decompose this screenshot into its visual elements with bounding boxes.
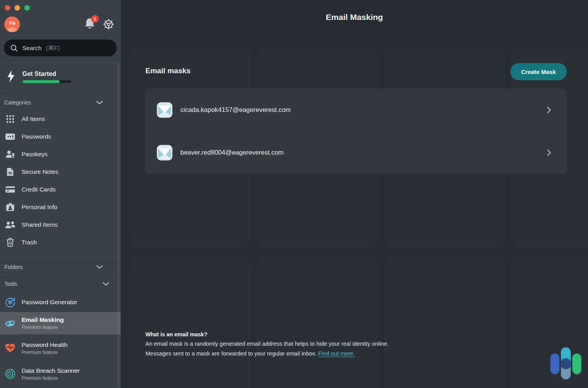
sidebar-item-label: All Items <box>22 115 45 123</box>
bolt-icon <box>6 70 16 83</box>
tool-sublabel: Premium feature <box>22 325 64 330</box>
people-icon <box>4 220 16 229</box>
folders-label: Folders <box>4 264 23 270</box>
email-masks-card: cicada.kapok4157@eagereverest.com beaver… <box>145 88 567 174</box>
sidebar-item-trash[interactable]: Trash <box>0 233 121 251</box>
trash-icon <box>4 238 16 247</box>
notifications-button[interactable]: 1 <box>84 17 97 31</box>
sidebar-item-label: Trash <box>22 239 37 246</box>
background-panel <box>129 254 251 388</box>
window-controls <box>0 0 121 11</box>
background-panel <box>384 254 506 388</box>
radar-icon <box>4 368 16 379</box>
info-line-2-text: Messages sent to a mask are forwarded to… <box>145 350 317 357</box>
grid-icon <box>4 114 16 124</box>
note-icon <box>4 167 16 177</box>
tool-sublabel: Premium feature <box>22 350 67 355</box>
sidebar-scrollbar[interactable] <box>117 63 120 388</box>
credit-card-icon <box>4 185 16 194</box>
chevron-right-icon <box>547 149 551 156</box>
search-placeholder: Search <box>22 45 42 52</box>
minimize-window-button[interactable] <box>15 5 20 11</box>
info-line-2: Messages sent to a mask are forwarded to… <box>145 350 389 357</box>
find-out-more-link[interactable]: Find out more. <box>318 350 355 357</box>
sidebar: Pa 1 <box>0 0 121 388</box>
info-line-1: An email mask is a randomly generated em… <box>145 341 389 347</box>
get-started-progress-fill <box>22 80 60 83</box>
sidebar-item-all-items[interactable]: All Items <box>0 110 121 128</box>
brand-logo-icon <box>550 341 582 380</box>
sidebar-item-label: Shared Items <box>22 221 58 228</box>
main-content: Email Masking Email masks Create Mask ci… <box>121 0 588 388</box>
email-mask-info: What is an email mask? An email mask is … <box>145 331 389 357</box>
tool-label: Password Health <box>22 341 67 348</box>
sidebar-item-label: Passwords <box>22 133 51 140</box>
avatar[interactable]: Pa <box>4 16 20 32</box>
tool-label: Password Generator <box>22 299 77 306</box>
background-panel <box>257 254 378 388</box>
sidebar-item-email-masking[interactable]: Email Masking Premium feature <box>0 312 121 334</box>
chevron-down-icon <box>96 265 103 269</box>
tool-label: Data Breach Scanner <box>22 367 80 374</box>
sidebar-item-passkeys[interactable]: Passkeys <box>0 145 121 163</box>
email-mask-row[interactable]: beaver.red8004@eagereverest.com <box>145 131 567 174</box>
tool-sublabel: Premium feature <box>22 375 80 381</box>
tools-header[interactable]: Tools <box>0 274 121 293</box>
sidebar-item-data-breach-scanner[interactable]: Data Breach Scanner Premium feature <box>0 362 121 386</box>
envelope-icon <box>157 102 172 118</box>
password-generator-icon <box>4 297 16 308</box>
create-mask-button[interactable]: Create Mask <box>510 63 567 80</box>
info-title: What is an email mask? <box>145 331 389 337</box>
id-card-icon <box>4 202 16 212</box>
sidebar-divider <box>0 257 121 257</box>
password-card-icon <box>4 132 16 141</box>
close-window-button[interactable] <box>5 5 10 11</box>
mask-email-address: beaver.red8004@eagereverest.com <box>180 149 284 156</box>
sidebar-item-secure-notes[interactable]: Secure Notes <box>0 163 121 180</box>
avatar-initials: Pa <box>4 20 20 26</box>
passkey-icon <box>4 150 16 159</box>
sidebar-item-personal-info[interactable]: Personal Info <box>0 198 121 216</box>
get-started-label: Get Started <box>22 70 114 78</box>
avatar-silhouette <box>7 27 18 32</box>
mask-icon <box>4 319 16 328</box>
chevron-right-icon <box>547 106 551 114</box>
sidebar-item-credit-cards[interactable]: Credit Cards <box>0 180 121 198</box>
email-masks-heading: Email masks <box>145 67 191 75</box>
chevron-down-icon <box>102 282 109 286</box>
folders-header[interactable]: Folders <box>0 260 121 274</box>
sidebar-item-password-health[interactable]: Password Health Premium feature <box>0 336 121 360</box>
header-divider <box>121 38 588 39</box>
sidebar-item-shared-items[interactable]: Shared Items <box>0 216 121 233</box>
categories-header[interactable]: Categories <box>0 95 121 110</box>
search-icon <box>10 44 18 52</box>
page-title: Email Masking <box>121 13 588 22</box>
sidebar-item-password-generator[interactable]: Password Generator <box>0 293 121 311</box>
get-started-item[interactable]: Get Started <box>0 63 121 91</box>
mask-email-address: cicada.kapok4157@eagereverest.com <box>180 106 291 114</box>
chevron-down-icon <box>96 101 103 105</box>
envelope-icon <box>157 145 172 161</box>
sidebar-item-label: Secure Notes <box>22 168 58 175</box>
heart-pulse-icon <box>4 343 16 353</box>
get-started-progress <box>22 80 71 83</box>
categories-label: Categories <box>4 99 31 106</box>
search-input[interactable]: Search (⌘F) <box>4 40 117 56</box>
email-mask-row[interactable]: cicada.kapok4157@eagereverest.com <box>145 88 567 131</box>
search-shortcut: (⌘F) <box>46 45 60 52</box>
tools-label: Tools <box>4 281 17 287</box>
zoom-window-button[interactable] <box>24 5 30 11</box>
gear-icon <box>103 18 114 30</box>
notification-badge: 1 <box>91 15 99 23</box>
sidebar-item-label: Credit Cards <box>22 186 56 193</box>
tool-label: Email Masking <box>22 316 64 323</box>
settings-button[interactable] <box>103 18 114 30</box>
sidebar-item-passwords[interactable]: Passwords <box>0 128 121 145</box>
sidebar-item-label: Personal Info <box>22 204 57 211</box>
sidebar-item-label: Passkeys <box>22 151 47 158</box>
